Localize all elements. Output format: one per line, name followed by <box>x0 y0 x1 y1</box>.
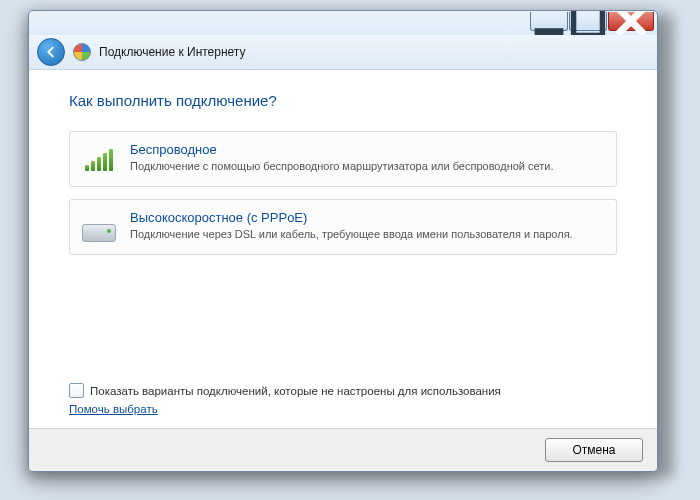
modem-icon <box>82 212 116 242</box>
option-broadband-title: Высокоскоростное (с PPPoE) <box>130 210 573 225</box>
wizard-window: Подключение к Интернету Как выполнить по… <box>28 10 658 472</box>
option-wireless-title: Беспроводное <box>130 142 554 157</box>
option-wireless[interactable]: Беспроводное Подключение с помощью беспр… <box>69 131 617 187</box>
network-orb-icon <box>73 43 91 61</box>
titlebar <box>29 11 657 35</box>
cancel-button[interactable]: Отмена <box>545 438 643 462</box>
svg-rect-1 <box>574 10 603 35</box>
option-broadband[interactable]: Высокоскоростное (с PPPoE) Подключение ч… <box>69 199 617 255</box>
show-unconfigured-label: Показать варианты подключений, которые н… <box>90 385 501 397</box>
close-button[interactable] <box>608 12 654 31</box>
nav-bar: Подключение к Интернету <box>29 35 657 70</box>
option-wireless-desc: Подключение с помощью беспроводного марш… <box>130 159 554 174</box>
page-heading: Как выполнить подключение? <box>69 92 617 109</box>
maximize-button[interactable] <box>569 12 607 31</box>
minimize-button[interactable] <box>530 12 568 31</box>
show-unconfigured-checkbox[interactable] <box>69 383 84 398</box>
option-broadband-desc: Подключение через DSL или кабель, требую… <box>130 227 573 242</box>
show-unconfigured-row: Показать варианты подключений, которые н… <box>69 383 617 398</box>
wifi-icon <box>82 144 116 174</box>
back-button[interactable] <box>37 38 65 66</box>
footer: Отмена <box>29 428 657 471</box>
help-choose-link[interactable]: Помочь выбрать <box>69 403 158 415</box>
content-area: Как выполнить подключение? Беспроводное … <box>29 70 657 428</box>
window-title: Подключение к Интернету <box>99 45 246 59</box>
